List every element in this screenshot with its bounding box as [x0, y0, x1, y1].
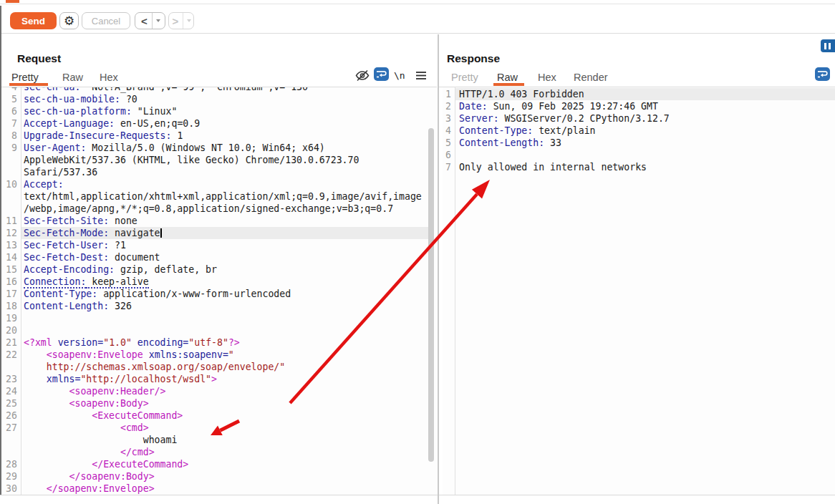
response-editor[interactable]: 1HTTP/1.0 403 Forbidden2Date: Sun, 09 Fe…	[443, 87, 835, 495]
code-line: 30 </soapenv:Envelope>	[1, 483, 437, 495]
line-number-separator	[21, 87, 21, 495]
code-line: 11Sec-Fetch-Site: none	[1, 215, 437, 227]
active-tab-indicator	[6, 0, 19, 3]
line-number: 9	[1, 142, 17, 154]
line-number: 20	[1, 324, 17, 336]
line-number: 1	[443, 88, 451, 100]
wrap-icon[interactable]	[374, 67, 389, 81]
request-scrollbar[interactable]	[428, 128, 434, 462]
line-number: 19	[1, 312, 17, 324]
code-line: 4Content-Type: text/plain	[443, 125, 835, 137]
line-number: 23	[1, 373, 17, 385]
code-line: 9User-Agent: Mozilla/5.0 (Windows NT 10.…	[1, 142, 437, 154]
line-number: 16	[1, 276, 17, 288]
code-line: 25 <soapenv:Body>	[1, 397, 437, 410]
code-line: 24 <soapenv:Header/>	[1, 385, 437, 397]
code-line: 6	[443, 149, 835, 161]
code-line: 26 <ExecuteCommand>	[1, 410, 437, 422]
line-number: 2	[443, 100, 451, 112]
code-line: 8Upgrade-Insecure-Requests: 1	[1, 130, 437, 142]
code-line: 3Server: WSGIServer/0.2 CPython/3.12.7	[443, 112, 835, 125]
tab-request-hex[interactable]: Hex	[100, 72, 118, 83]
tab-response-hex[interactable]: Hex	[538, 72, 556, 83]
code-line: 7Accept-Language: en-US,en;q=0.9	[1, 117, 437, 130]
divider	[183, 13, 183, 29]
hide-response-icon[interactable]	[354, 69, 370, 82]
code-line: 28 </ExecuteCommand>	[1, 458, 437, 470]
line-number: 30	[1, 483, 17, 495]
line-number	[1, 203, 17, 215]
cancel-button[interactable]: Cancel	[82, 12, 130, 29]
code-line: 7Only allowed in internal networks	[443, 161, 835, 173]
line-number: 12	[1, 227, 17, 239]
repeater-toolbar: Send ⚙ Cancel < >	[0, 5, 835, 34]
tab-response-raw[interactable]: Raw	[497, 72, 518, 83]
wrap-icon[interactable]	[815, 67, 830, 81]
code-line: 5Content-Length: 33	[443, 137, 835, 149]
line-number: 25	[1, 397, 17, 410]
send-button[interactable]: Send	[10, 12, 57, 29]
line-number: 17	[1, 288, 17, 300]
line-number: 4	[443, 125, 451, 137]
code-line: 23 xmlns="http://localhost/wsdl">	[1, 373, 437, 385]
request-pane-title: Request	[17, 52, 61, 65]
code-line: 17Content-Type: application/x-www-form-u…	[1, 288, 437, 300]
code-line: 6sec-ch-ua-platform: "Linux"	[1, 105, 437, 117]
back-button[interactable]: <	[135, 12, 165, 29]
line-number	[1, 361, 17, 373]
code-line: 22 <soapenv:Envelope xmlns:soapenv="	[1, 349, 437, 361]
line-number: 5	[1, 93, 17, 105]
code-line: 29 </soapenv:Body>	[1, 470, 437, 483]
line-number: 10	[1, 178, 17, 190]
chevron-down-icon	[187, 19, 191, 22]
line-number: 6	[1, 105, 17, 117]
code-line: 27 <cmd>	[1, 422, 437, 434]
window-tab-strip	[0, 0, 835, 4]
tab-request-raw[interactable]: Raw	[62, 72, 83, 83]
line-number: 24	[1, 385, 17, 397]
chevron-down-icon[interactable]	[156, 19, 160, 22]
line-number: 8	[1, 130, 17, 142]
line-number: 29	[1, 470, 17, 483]
gear-icon: ⚙	[64, 14, 74, 29]
pane-splitter[interactable]	[438, 34, 439, 504]
code-line: 16Connection: keep-alive	[1, 276, 437, 288]
forward-button[interactable]: >	[168, 12, 194, 29]
line-number	[1, 166, 17, 178]
request-editor[interactable]: 4sec-ch-ua: "Not?A_Brand";v="99", "Chrom…	[1, 87, 437, 495]
line-number: 6	[443, 149, 451, 161]
settings-button[interactable]: ⚙	[59, 12, 79, 29]
code-line: Safari/537.36	[1, 166, 437, 178]
code-line: 10Accept:	[1, 178, 437, 190]
line-number: 22	[1, 349, 17, 361]
code-line: 15Accept-Encoding: gzip, deflate, br	[1, 263, 437, 276]
code-line: 19	[1, 312, 437, 324]
line-number	[1, 434, 17, 446]
newline-icon[interactable]: \n	[394, 70, 405, 81]
selected-tab-underline	[493, 83, 524, 86]
tab-response-pretty[interactable]: Pretty	[451, 72, 478, 83]
line-number: 21	[1, 336, 17, 349]
line-number: 26	[1, 410, 17, 422]
code-line: 20	[1, 324, 437, 336]
code-line: /webp,image/apng,*/*;q=0.8,application/s…	[1, 203, 437, 215]
code-line: 13Sec-Fetch-User: ?1	[1, 239, 437, 251]
tab-request-pretty[interactable]: Pretty	[11, 72, 39, 83]
text-cursor	[160, 228, 162, 238]
pause-icon[interactable]	[821, 39, 835, 52]
line-number	[1, 446, 17, 458]
code-line: http://schemas.xmlsoap.org/soap/envelope…	[1, 361, 437, 373]
back-chevron-icon: <	[141, 15, 148, 27]
line-number	[1, 190, 17, 203]
line-number: 3	[443, 112, 451, 125]
divider	[0, 495, 438, 495]
line-number: 18	[1, 300, 17, 312]
forward-chevron-icon: >	[173, 15, 179, 27]
code-line: AppleWebKit/537.36 (KHTML, like Gecko) C…	[1, 154, 437, 166]
tab-response-render[interactable]: Render	[574, 72, 608, 83]
line-number-separator	[455, 87, 455, 495]
line-number: 5	[443, 137, 451, 149]
line-number: 15	[1, 263, 17, 276]
code-line: 5sec-ch-ua-mobile: ?0	[1, 93, 437, 105]
menu-icon[interactable]	[415, 71, 427, 80]
